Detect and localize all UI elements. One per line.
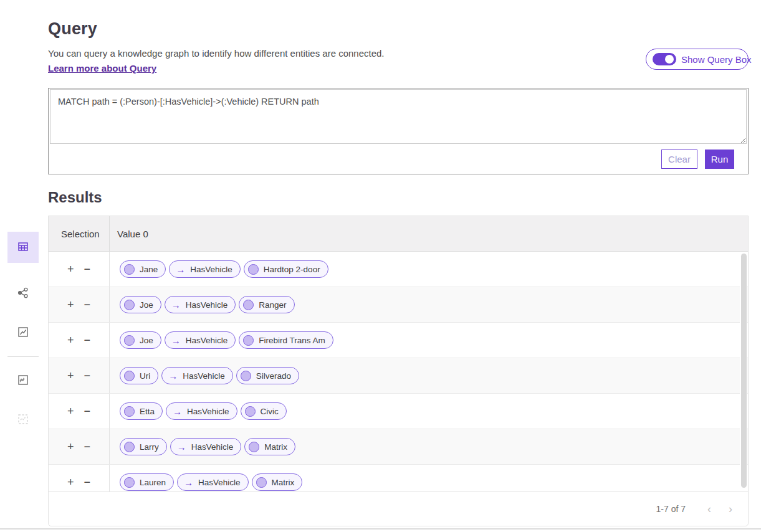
value-cell: Etta → HasVehicle Civic [110, 402, 287, 420]
vertical-scrollbar[interactable] [740, 252, 747, 493]
value-cell: Lauren → HasVehicle Matrix [110, 473, 302, 491]
node-pill-source[interactable]: Joe [120, 331, 161, 349]
node-pill-source[interactable]: Etta [120, 402, 163, 420]
chart-view-button[interactable] [7, 317, 39, 348]
widget-icon [16, 412, 30, 428]
edge-arrow-icon: → [173, 265, 185, 274]
show-query-box-toggle[interactable]: Show Query Box [646, 49, 749, 70]
toggle-knob [665, 55, 674, 64]
collapse-row-button[interactable]: − [83, 477, 92, 488]
edge-arrow-icon: → [169, 300, 181, 310]
collapse-row-button[interactable]: − [83, 370, 92, 381]
query-description: You can query a knowledge graph to ident… [48, 48, 385, 59]
graph-view-button[interactable] [7, 278, 39, 309]
edge-pill[interactable]: → HasVehicle [170, 438, 242, 455]
edge-pill[interactable]: → HasVehicle [165, 331, 236, 349]
edge-pill[interactable]: → HasVehicle [161, 367, 233, 384]
expand-row-button[interactable]: + [66, 264, 75, 275]
query-actions: Clear Run [49, 144, 748, 169]
widget-view-button [7, 404, 39, 435]
chart-icon [16, 325, 30, 341]
table-icon [16, 240, 30, 255]
edge-arrow-icon: → [169, 336, 181, 345]
node-icon [243, 335, 254, 346]
table-footer: 1-7 of 7 ‹ › [49, 492, 748, 526]
results-title: Results [48, 189, 102, 206]
table-row: + − Etta → HasVehicle Civic [49, 394, 748, 429]
selection-cell: + − [49, 252, 110, 287]
collapse-row-button[interactable]: − [83, 335, 92, 346]
expand-row-button[interactable]: + [66, 299, 75, 310]
node-pill-target[interactable]: Matrix [252, 473, 303, 491]
column-header-selection: Selection [49, 216, 110, 251]
expand-row-button[interactable]: + [66, 335, 75, 346]
node-pill-target[interactable]: Silverado [236, 367, 299, 384]
node-pill-source[interactable]: Lauren [120, 473, 174, 491]
node-icon [245, 406, 256, 417]
expand-row-button[interactable]: + [66, 441, 75, 452]
node-pill-target[interactable]: Firebird Trans Am [239, 331, 333, 349]
pagination-next-button[interactable]: › [722, 500, 739, 518]
value-cell: Joe → HasVehicle Firebird Trans Am [110, 331, 333, 349]
expand-row-button[interactable]: + [66, 477, 75, 488]
collapse-row-button[interactable]: − [83, 406, 92, 417]
node-icon [124, 477, 135, 488]
run-button[interactable]: Run [705, 150, 734, 169]
node-icon [124, 264, 135, 275]
table-body: + − Jane → HasVehicle Hardtop 2-door + − [49, 252, 748, 493]
value-cell: Jane → HasVehicle Hardtop 2-door [110, 260, 328, 278]
table-view-button[interactable] [7, 232, 39, 263]
node-icon [243, 300, 254, 310]
node-icon [124, 371, 135, 381]
clear-button[interactable]: Clear [661, 150, 697, 169]
selection-cell: + − [49, 429, 110, 464]
node-pill-target[interactable]: Hardtop 2-door [244, 260, 328, 278]
map-view-button[interactable] [7, 365, 39, 396]
selection-cell: + − [49, 394, 110, 429]
edge-arrow-icon: → [175, 442, 186, 452]
node-pill-target[interactable]: Matrix [244, 438, 295, 455]
collapse-row-button[interactable]: − [83, 264, 92, 275]
table-row: + − Uri → HasVehicle Silverado [49, 358, 748, 394]
collapse-row-button[interactable]: − [83, 441, 92, 452]
column-header-value0: Value 0 [110, 229, 148, 239]
collapse-row-button[interactable]: − [83, 299, 92, 310]
node-icon [124, 300, 135, 310]
scrollbar-thumb[interactable] [741, 254, 747, 488]
node-pill-source[interactable]: Larry [120, 438, 167, 455]
node-pill-source[interactable]: Uri [120, 367, 158, 384]
selection-cell: + − [49, 287, 110, 322]
selection-cell: + − [49, 465, 110, 493]
table-row: + − Joe → HasVehicle Firebird Trans Am [49, 323, 748, 358]
edge-pill[interactable]: → HasVehicle [166, 402, 237, 420]
learn-more-link[interactable]: Learn more about Query [48, 63, 156, 74]
node-pill-target[interactable]: Civic [241, 402, 287, 420]
query-page: Query You can query a knowledge graph to… [0, 0, 761, 532]
table-row: + − Joe → HasVehicle Ranger [49, 287, 748, 323]
node-pill-source[interactable]: Jane [120, 260, 166, 278]
value-cell: Larry → HasVehicle Matrix [110, 438, 295, 455]
node-icon [249, 442, 259, 452]
pagination-prev-button[interactable]: ‹ [701, 500, 718, 518]
node-pill-source[interactable]: Joe [120, 296, 161, 313]
edge-arrow-icon: → [170, 407, 182, 416]
view-switcher-sidebar [7, 232, 39, 435]
graph-icon [16, 286, 30, 302]
table-row: + − Jane → HasVehicle Hardtop 2-door [49, 252, 748, 287]
sidebar-divider [7, 356, 39, 357]
edge-pill[interactable]: → HasVehicle [169, 260, 241, 278]
selection-cell: + − [49, 358, 110, 393]
value-cell: Joe → HasVehicle Ranger [110, 296, 295, 313]
expand-row-button[interactable]: + [66, 370, 75, 381]
query-input[interactable]: MATCH path = (:Person)-[:HasVehicle]->(:… [50, 89, 747, 144]
edge-pill[interactable]: → HasVehicle [165, 296, 236, 313]
expand-row-button[interactable]: + [66, 406, 75, 417]
map-icon [16, 373, 30, 389]
node-pill-target[interactable]: Ranger [239, 296, 294, 313]
value-cell: Uri → HasVehicle Silverado [110, 367, 299, 384]
edge-pill[interactable]: → HasVehicle [177, 473, 249, 491]
toggle-switch-icon[interactable] [653, 53, 676, 65]
pagination-range: 1-7 of 7 [656, 504, 686, 514]
node-icon [248, 264, 259, 275]
toggle-label: Show Query Box [681, 54, 752, 65]
